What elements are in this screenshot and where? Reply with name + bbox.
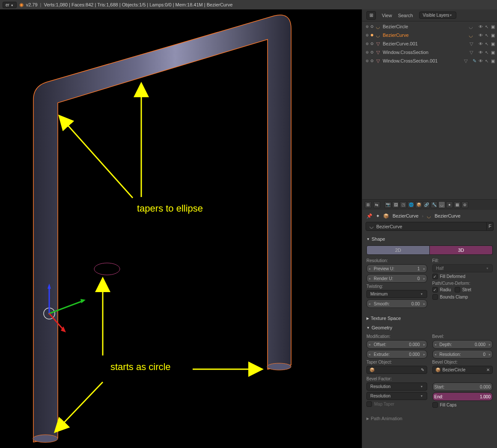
- camera-icon[interactable]: ▣: [490, 24, 495, 29]
- cursor-icon[interactable]: ↖: [484, 50, 489, 55]
- camera-icon[interactable]: ▣: [490, 59, 495, 63]
- cursor-icon[interactable]: ↖: [484, 59, 489, 63]
- dimensions-toggle: 2D 3D: [366, 245, 493, 255]
- datablock-name[interactable]: BezierCurve: [376, 224, 402, 229]
- eyedropper-icon[interactable]: ✎: [421, 367, 424, 372]
- stretch-checkbox[interactable]: Stret: [455, 287, 471, 293]
- outliner-item[interactable]: ⊕ ◡ BezierCurve ◡ 👁↖▣: [362, 31, 497, 39]
- decrement-icon[interactable]: ◂: [367, 277, 372, 281]
- tab-data[interactable]: ◡: [438, 201, 445, 208]
- clear-icon[interactable]: ✕: [486, 367, 490, 372]
- increment-icon[interactable]: ▸: [422, 267, 427, 271]
- offset-field[interactable]: ◂Offset:0.000▸: [366, 340, 427, 349]
- svg-line-11: [60, 116, 133, 198]
- edit-icon[interactable]: ✎: [473, 58, 476, 64]
- tab-material[interactable]: ●: [446, 201, 453, 208]
- 2d-button[interactable]: 2D: [366, 245, 430, 255]
- outliner-search-menu[interactable]: Search: [398, 13, 413, 18]
- bevel-end-field[interactable]: End:1.000: [432, 392, 493, 401]
- datablock-name-field[interactable]: ◡BezierCurve F: [366, 222, 494, 231]
- outliner-tree[interactable]: ⊕ ◡ BezierCircle ◡ 👁↖▣ ⊕ ◡ BezierCurve ◡…: [362, 21, 497, 66]
- outliner-display-mode[interactable]: Visible Layers▼: [419, 12, 456, 19]
- fill-deformed-checkbox[interactable]: Fill Deformed: [432, 274, 493, 279]
- geometry-panel-header[interactable]: ▼Geometry: [362, 323, 497, 332]
- extrude-field[interactable]: ◂Extrude:0.000▸: [366, 350, 427, 358]
- chevron-down-icon: ▼: [420, 293, 423, 296]
- taper-object-label: Taper Object:: [366, 360, 427, 364]
- fill-mode-select[interactable]: Half▼: [432, 264, 493, 272]
- tab-render[interactable]: 📷: [384, 201, 391, 208]
- expand-icon[interactable]: ⊕: [366, 50, 369, 54]
- decrement-icon[interactable]: ◂: [367, 302, 372, 306]
- fake-user-button[interactable]: F: [487, 222, 494, 231]
- tab-object[interactable]: 📦: [415, 201, 422, 208]
- texture-space-panel-header[interactable]: ▶Texture Space: [362, 314, 497, 323]
- camera-icon[interactable]: ▣: [490, 50, 495, 55]
- 3d-viewport[interactable]: tapers to ellipse starts as circle: [0, 9, 362, 448]
- expand-icon[interactable]: ⊕: [366, 42, 369, 46]
- 3d-button[interactable]: 3D: [430, 245, 493, 255]
- increment-icon[interactable]: ▸: [422, 302, 427, 306]
- tab-constraints[interactable]: 🔗: [423, 201, 430, 208]
- svg-marker-7: [80, 299, 86, 303]
- outliner-item[interactable]: ⊕ ▽ BezierCurve.001 ▽ 👁↖▣: [362, 39, 497, 48]
- render-u-field[interactable]: ◂Render U:0▸: [366, 274, 427, 283]
- cursor-icon[interactable]: ↖: [484, 33, 489, 38]
- path-animation-panel-header[interactable]: ▶Path Animation: [362, 414, 497, 423]
- cursor-icon[interactable]: ↖: [484, 24, 489, 29]
- camera-icon[interactable]: ▣: [490, 42, 495, 46]
- bevel-factor-label: Bevel Factor:: [366, 376, 493, 381]
- bounds-clamp-checkbox[interactable]: Bounds Clamp: [432, 294, 493, 300]
- camera-icon[interactable]: ▣: [490, 33, 495, 38]
- bevel-factor-end-mapping[interactable]: Resolution▼: [366, 392, 427, 400]
- outliner-type-icon[interactable]: ⊞: [366, 11, 376, 20]
- outliner-item[interactable]: ⊕ ▽ Window.CrossSection.001 ▽ ✎ 👁↖▣: [362, 57, 497, 65]
- data-mesh-icon: ▽: [466, 41, 476, 47]
- eye-icon[interactable]: 👁: [478, 42, 483, 46]
- tab-modifiers[interactable]: 🔧: [431, 201, 437, 208]
- properties-type-icon[interactable]: ⊞: [365, 201, 372, 208]
- eye-icon[interactable]: 👁: [478, 24, 483, 29]
- cursor-icon[interactable]: ↖: [484, 42, 489, 46]
- taper-object-field[interactable]: 📦✎: [366, 366, 427, 374]
- object-icon: 📦: [383, 213, 389, 219]
- expand-icon[interactable]: ⊕: [366, 59, 369, 63]
- fill-caps-checkbox[interactable]: Fill Caps: [432, 402, 493, 408]
- expand-icon[interactable]: ⊕: [366, 24, 369, 29]
- expand-icon[interactable]: ⊕: [366, 33, 369, 37]
- tab-texture[interactable]: ▦: [454, 201, 461, 208]
- bevel-start-field[interactable]: Start:0.000: [432, 382, 493, 391]
- depth-field[interactable]: ◂Depth:0.000▸: [432, 340, 493, 349]
- properties-pin-icon[interactable]: ⇆: [373, 201, 380, 208]
- map-taper-checkbox[interactable]: Map Taper: [366, 401, 427, 407]
- outliner-item[interactable]: ⊕ ▽ Window.CrossSection ▽ 👁↖▣: [362, 48, 497, 57]
- twist-method-select[interactable]: Minimum▼: [366, 290, 427, 298]
- mesh-icon: ▽: [375, 50, 381, 55]
- tab-world[interactable]: 🌐: [408, 201, 414, 208]
- eye-icon[interactable]: 👁: [478, 50, 483, 55]
- preview-u-field[interactable]: ◂Preview U:1▸: [366, 264, 427, 273]
- tab-physics[interactable]: ⊚: [461, 201, 468, 208]
- version-label: v2.79: [26, 2, 38, 7]
- outliner-view-menu[interactable]: View: [382, 13, 392, 18]
- eye-icon[interactable]: 👁: [478, 33, 483, 38]
- smooth-field[interactable]: ◂Smooth:0.00▸: [366, 299, 427, 308]
- path-deform-label: Path/Curve-Deform:: [432, 281, 493, 286]
- bevel-factor-start-mapping[interactable]: Resolution▼: [366, 382, 427, 391]
- radius-checkbox[interactable]: Radiu: [432, 287, 451, 293]
- curve-icon: ◡: [375, 33, 381, 38]
- increment-icon[interactable]: ▸: [422, 277, 427, 281]
- shape-panel-header[interactable]: ▼Shape: [362, 234, 497, 244]
- outliner-item[interactable]: ⊕ ◡ BezierCircle ◡ 👁↖▣: [362, 22, 497, 31]
- eye-icon[interactable]: 👁: [478, 59, 483, 63]
- tab-scene[interactable]: ◳: [400, 201, 407, 208]
- bevel-object-field[interactable]: 📦BezierCircle✕: [432, 366, 493, 374]
- bevel-resolution-field[interactable]: ◂Resolution:0▸: [432, 350, 493, 358]
- decrement-icon[interactable]: ◂: [367, 267, 372, 271]
- breadcrumb-data[interactable]: BezierCurve: [435, 213, 461, 218]
- header-dropdown[interactable]: er ▼: [3, 2, 17, 8]
- svg-line-13: [56, 382, 103, 431]
- pin-icon[interactable]: 📌: [366, 213, 372, 219]
- tab-render-layers[interactable]: 🖼: [392, 201, 399, 208]
- breadcrumb-object[interactable]: BezierCurve: [393, 213, 419, 218]
